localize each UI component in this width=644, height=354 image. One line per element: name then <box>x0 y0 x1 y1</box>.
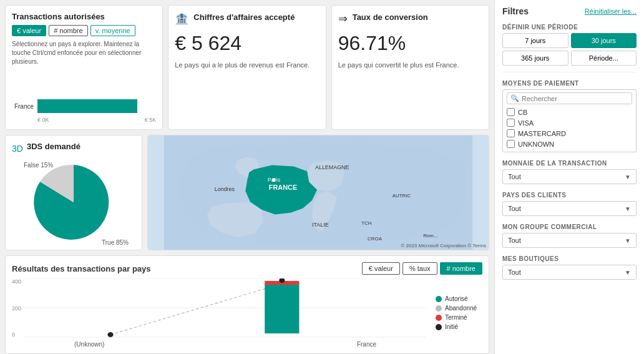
checkbox-cb[interactable] <box>507 108 515 116</box>
axis-end: € 5K <box>145 117 157 123</box>
legend-label-auth: Autorisé <box>445 295 468 302</box>
svg-text:TCH: TCH <box>361 220 372 226</box>
tag-valeur[interactable]: € valeur <box>12 25 46 36</box>
boutiques-dropdown[interactable]: Tout ▼ <box>502 265 637 280</box>
svg-point-15 <box>107 332 113 337</box>
tag-nombre[interactable]: # nombre <box>49 25 87 36</box>
divider-1 <box>502 72 637 72</box>
map-card: Londres ALLEMAGNE FRANCE Paris ITALIE TC… <box>147 135 489 250</box>
map-credit: © 2023 Microsoft Corporation © Terms <box>401 243 486 248</box>
checkbox-visa[interactable] <box>507 119 515 127</box>
chart-area: (Unknown) France <box>24 278 426 338</box>
boutiques-section: MES BOUTIQUES Tout ▼ <box>502 254 637 280</box>
payment-label-mastercard: MASTERCARD <box>518 130 566 137</box>
boutiques-value: Tout <box>508 268 521 276</box>
commercial-section-title: MON GROUPE COMMERCIAL <box>502 224 637 230</box>
x-label-unknown: (Unknown) <box>74 341 104 348</box>
legend-label-termine: Terminé <box>445 314 467 321</box>
currency-section-title: MONNAIE DE LA TRANSACTION <box>502 160 637 167</box>
chart-btn-nombre[interactable]: # nombre <box>440 262 482 275</box>
chiffres-title: Chiffres d'affaires accepté <box>193 12 295 22</box>
tds-title: 3DS demandé <box>27 142 80 151</box>
transactions-title: Transactions autorisées <box>12 12 156 21</box>
bottom-bars-svg <box>24 278 426 338</box>
chiffres-card: 🏦 Chiffres d'affaires accepté € 5 624 Le… <box>168 5 326 130</box>
period-section-title: DÉFINIR UNE PÉRIODE <box>502 24 637 31</box>
tag-moyenne[interactable]: v. moyenne <box>90 25 135 36</box>
period-btn-7[interactable]: 7 jours <box>502 33 568 48</box>
svg-rect-16 <box>265 283 299 333</box>
period-btn-30[interactable]: 30 jours <box>571 33 637 48</box>
legend-autorise: Autorisé <box>436 295 482 302</box>
y-label-0: 0 <box>12 332 21 338</box>
search-icon: 🔍 <box>510 94 519 102</box>
pie-label-false: False 15% <box>24 162 53 169</box>
payment-label-cb: CB <box>518 109 527 116</box>
country-arrow: ▼ <box>625 205 631 212</box>
payment-search-input[interactable] <box>522 95 628 102</box>
legend-initie: Initié <box>436 323 482 330</box>
checkbox-unknown[interactable] <box>507 140 515 148</box>
chart-title: Résultats des transactions par pays <box>12 264 151 273</box>
svg-text:ALLEMAGNE: ALLEMAGNE <box>315 164 349 170</box>
transactions-bar-chart: France € 0K € 5K <box>12 70 156 123</box>
svg-text:FRANCE: FRANCE <box>269 184 297 191</box>
commercial-dropdown[interactable]: Tout ▼ <box>502 233 637 248</box>
payment-section-title: MOYENS DE PAIEMENT <box>502 80 637 87</box>
currency-value: Tout <box>508 173 521 180</box>
sidebar-header: Filtres Réinitialiser les... <box>502 6 637 16</box>
chiffres-sub: Le pays qui a le plus de revenus est Fra… <box>175 60 319 71</box>
payment-cb: CB <box>507 107 632 117</box>
legend-abandonne: Abandonné <box>436 305 482 312</box>
commercial-arrow: ▼ <box>625 237 631 244</box>
country-section-title: PAYS DES CLIENTS <box>502 192 637 199</box>
taux-title: Taux de conversion <box>353 12 428 22</box>
sidebar-reset[interactable]: Réinitialiser les... <box>585 7 637 15</box>
currency-dropdown[interactable]: Tout ▼ <box>502 169 637 184</box>
chart-header: Résultats des transactions par pays € va… <box>12 262 482 275</box>
svg-text:Londres: Londres <box>215 186 235 192</box>
commercial-section: MON GROUPE COMMERCIAL Tout ▼ <box>502 222 637 248</box>
x-label-france: France <box>357 341 376 348</box>
sidebar-title: Filtres <box>502 6 529 16</box>
country-section: PAYS DES CLIENTS Tout ▼ <box>502 190 637 216</box>
svg-text:ITALIE: ITALIE <box>312 222 329 228</box>
legend-dot-abandon <box>436 305 442 312</box>
payment-label-visa: VISA <box>518 119 534 127</box>
legend-label-init: Initié <box>445 323 458 330</box>
taux-sub: Le pays qui convertit le plus est France… <box>338 60 482 71</box>
pie-label-true: True 85% <box>102 239 129 246</box>
chart-btn-valeur[interactable]: € valeur <box>362 262 400 275</box>
checkbox-mastercard[interactable] <box>507 129 515 137</box>
currency-section: MONNAIE DE LA TRANSACTION Tout ▼ <box>502 159 637 184</box>
chiffres-icon: 🏦 <box>175 12 188 26</box>
chart-legend: Autorisé Abandonné Terminé Initié <box>426 278 482 347</box>
legend-dot-termine <box>436 315 442 321</box>
period-grid: 7 jours 30 jours 365 jours Période... <box>502 33 637 66</box>
tds-card: 3D 3DS demandé False 15% True 85% <box>5 135 142 250</box>
svg-text:AUTRIC: AUTRIC <box>393 193 411 199</box>
tds-icon: 3D <box>12 144 23 154</box>
commercial-value: Tout <box>508 237 521 244</box>
map-area: Londres ALLEMAGNE FRANCE Paris ITALIE TC… <box>148 135 489 250</box>
period-btn-365[interactable]: 365 jours <box>502 51 568 66</box>
europe-map: Londres ALLEMAGNE FRANCE Paris ITALIE TC… <box>148 135 489 250</box>
legend-label-abandon: Abandonné <box>445 305 477 312</box>
bar-label-france: France <box>12 103 34 110</box>
axis-start: € 0K <box>37 117 49 123</box>
bottom-chart-section: Résultats des transactions par pays € va… <box>5 255 489 354</box>
pie-chart <box>24 159 124 246</box>
period-btn-custom[interactable]: Période... <box>571 51 637 66</box>
legend-dot-auth <box>436 296 442 302</box>
payment-search: 🔍 <box>507 92 632 104</box>
chart-btn-taux[interactable]: % taux <box>402 262 437 275</box>
chart-btn-row: € valeur % taux # nombre <box>362 262 482 275</box>
chiffres-value: € 5 624 <box>175 32 319 55</box>
country-dropdown[interactable]: Tout ▼ <box>502 201 637 216</box>
legend-dot-init <box>436 324 442 330</box>
taux-value: 96.71% <box>338 32 482 55</box>
svg-point-5 <box>272 178 276 182</box>
taux-icon: ⇒ <box>338 12 348 26</box>
country-value: Tout <box>508 205 521 212</box>
boutiques-section-title: MES BOUTIQUES <box>502 255 637 262</box>
